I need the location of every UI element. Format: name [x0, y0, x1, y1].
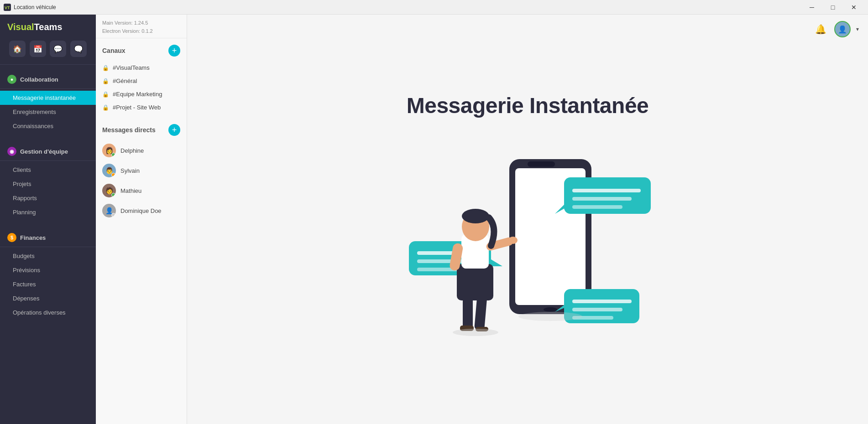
nav-home-icon[interactable]: 🏠: [9, 41, 26, 57]
hero-area: Messagerie Instantanée: [187, 15, 868, 424]
app-body: VisualTeams 🏠 📅 💬 🗨️ ● Collaboration Mes…: [0, 15, 868, 424]
minimize-button[interactable]: ─: [801, 0, 822, 15]
finances-header: $ Finances: [0, 230, 96, 245]
channel-name-3: #Equipe Marketing: [113, 91, 162, 98]
avatar-dominique: 👤: [102, 204, 116, 217]
sidebar-item-previsions[interactable]: Prévisions: [0, 263, 96, 277]
collaboration-header: ● Collaboration: [0, 72, 96, 87]
lock-icon-2: 🔒: [102, 78, 109, 84]
lock-icon-3: 🔒: [102, 91, 109, 98]
gestion-label: Gestion d'équipe: [20, 148, 68, 155]
gestion-icon: ◉: [7, 147, 16, 156]
svg-marker-12: [491, 259, 502, 266]
svg-rect-4: [528, 161, 555, 167]
nav-message-icon[interactable]: 🗨️: [70, 41, 87, 57]
sidebar-item-enregistrements[interactable]: Enregistrements: [0, 105, 96, 119]
lock-icon-1: 🔒: [102, 65, 109, 71]
maximize-button[interactable]: □: [822, 0, 843, 15]
sidebar-item-planning[interactable]: Planning: [0, 205, 96, 219]
sidebar-item-projets[interactable]: Projets: [0, 177, 96, 191]
nav-calendar-icon[interactable]: 📅: [30, 41, 46, 57]
top-nav: 🏠 📅 💬 🗨️: [0, 37, 96, 65]
dm-item-mathieu[interactable]: 🧑 Mathieu: [96, 181, 187, 201]
channel-name-1: #VisualTeams: [113, 64, 150, 71]
channel-visualteams[interactable]: 🔒 #VisualTeams: [96, 61, 187, 74]
main-version: Main Version: 1.24.5: [102, 19, 180, 27]
hero-title: Messagerie Instantanée: [407, 93, 649, 118]
dm-item-dominique[interactable]: 👤 Dominique Doe: [96, 201, 187, 221]
electron-version: Electron Version: 0.1.2: [102, 27, 180, 36]
logo: VisualTeams: [7, 22, 62, 32]
avatar-mathieu: 🧑: [102, 184, 116, 197]
channel-name-2: #Général: [113, 78, 137, 84]
status-delphine: [111, 153, 115, 157]
logo-visual: Visual: [7, 22, 34, 32]
avatar-sylvain: 👨: [102, 164, 116, 177]
avatar-delphine: 👩: [102, 144, 116, 157]
dm-section: Messages directs + 👩 Delphine 👨 Sylvain: [96, 118, 187, 224]
channels-section: Canaux + 🔒 #VisualTeams 🔒 #Général 🔒 #Eq…: [96, 38, 187, 118]
sidebar-item-messagerie[interactable]: Messagerie instantanée: [0, 91, 96, 105]
sidebar-item-factures[interactable]: Factures: [0, 277, 96, 291]
main-content: 🔔 👤 ▾ Messagerie Instantanée: [187, 15, 868, 424]
channel-general[interactable]: 🔒 #Général: [96, 74, 187, 88]
lock-icon-4: 🔒: [102, 104, 109, 111]
divider-1: [0, 88, 96, 89]
svg-text:VT: VT: [5, 5, 10, 10]
add-channel-button[interactable]: +: [168, 45, 180, 57]
collaboration-label: Collaboration: [20, 76, 58, 83]
user-menu-chevron[interactable]: ▾: [856, 26, 859, 32]
collaboration-icon: ●: [7, 75, 16, 84]
version-info: Main Version: 1.24.5 Electron Version: 0…: [96, 15, 187, 38]
svg-point-28: [508, 237, 518, 244]
status-sylvain: [111, 173, 115, 177]
svg-rect-18: [572, 300, 632, 303]
dm-item-sylvain[interactable]: 👨 Sylvain: [96, 160, 187, 181]
sidebar-item-budgets[interactable]: Budgets: [0, 249, 96, 263]
user-avatar[interactable]: 👤: [834, 21, 851, 37]
status-mathieu: [111, 193, 115, 197]
dm-name-mathieu: Mathieu: [120, 187, 141, 194]
nav-chat-icon[interactable]: 💬: [50, 41, 66, 57]
svg-rect-19: [572, 308, 622, 311]
svg-point-32: [453, 329, 498, 336]
add-dm-button[interactable]: +: [168, 124, 180, 136]
dm-title: Messages directs: [102, 126, 156, 134]
finances-section: $ Finances Budgets Prévisions Factures D…: [0, 223, 96, 323]
sidebar-item-rapports[interactable]: Rapports: [0, 191, 96, 205]
channel-name-4: #Projet - Site Web: [113, 104, 161, 111]
divider-3: [0, 247, 96, 247]
channels-title: Canaux: [102, 47, 125, 54]
notification-button[interactable]: 🔔: [812, 21, 829, 37]
app-icon: VT: [4, 4, 11, 11]
divider-2: [0, 160, 96, 161]
sidebar: VisualTeams 🏠 📅 💬 🗨️ ● Collaboration Mes…: [0, 15, 96, 424]
channel-marketing[interactable]: 🔒 #Equipe Marketing: [96, 88, 187, 101]
sidebar-item-operations[interactable]: Opérations diverses: [0, 305, 96, 320]
channels-panel: Main Version: 1.24.5 Electron Version: 0…: [96, 15, 187, 424]
gestion-header: ◉ Gestion d'équipe: [0, 144, 96, 159]
logo-area: VisualTeams: [0, 15, 96, 37]
titlebar: VT Location véhicule ─ □ ✕: [0, 0, 868, 15]
svg-point-31: [462, 209, 489, 223]
titlebar-title: Location véhicule: [14, 4, 56, 10]
dm-name-dominique: Dominique Doe: [120, 207, 162, 214]
svg-rect-25: [457, 264, 493, 300]
dm-name-sylvain: Sylvain: [120, 167, 140, 174]
sidebar-item-clients[interactable]: Clients: [0, 163, 96, 177]
gestion-section: ◉ Gestion d'équipe Clients Projets Rappo…: [0, 137, 96, 223]
dm-name-delphine: Delphine: [120, 147, 144, 154]
finances-label: Finances: [20, 234, 46, 241]
close-button[interactable]: ✕: [843, 0, 864, 15]
svg-point-5: [544, 307, 557, 312]
svg-rect-10: [572, 205, 622, 209]
channel-projet-site[interactable]: 🔒 #Projet - Site Web: [96, 101, 187, 114]
collaboration-section: ● Collaboration Messagerie instantanée E…: [0, 65, 96, 137]
dm-item-delphine[interactable]: 👩 Delphine: [96, 140, 187, 160]
status-dominique: [111, 213, 115, 217]
dm-header: Messages directs +: [96, 124, 187, 140]
sidebar-item-connaissances[interactable]: Connaissances: [0, 119, 96, 133]
hero-illustration: [386, 136, 669, 346]
sidebar-item-depenses[interactable]: Dépenses: [0, 291, 96, 305]
channels-header: Canaux +: [96, 45, 187, 61]
